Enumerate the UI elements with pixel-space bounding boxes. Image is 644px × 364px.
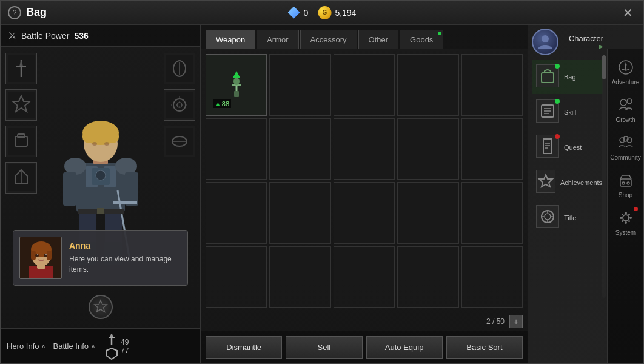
bag-green-dot [555, 64, 560, 69]
help-button[interactable]: ? [8, 6, 21, 19]
battle-info-button[interactable]: Battle Info ∧ [53, 342, 95, 351]
inv-slot-15[interactable] [461, 182, 523, 244]
hero-info-button[interactable]: Hero Info ∧ [7, 342, 45, 351]
scrollbar-thumb[interactable] [602, 55, 606, 79]
char-menu-achievements[interactable]: Achievements [532, 166, 603, 200]
svg-point-26 [104, 142, 109, 146]
tab-goods[interactable]: Goods [400, 30, 443, 49]
scrollbar-track[interactable] [602, 55, 606, 298]
char-menu-quest[interactable]: Quest [532, 130, 603, 164]
equip-slot-2[interactable] [5, 89, 37, 121]
tab-armor[interactable]: Armor [257, 30, 298, 49]
stat-icons: 49 77 [105, 332, 129, 360]
add-slot-button[interactable]: + [509, 315, 523, 328]
inv-slot-18[interactable] [334, 246, 395, 308]
svg-point-67 [545, 214, 551, 220]
char-avatar[interactable] [532, 29, 558, 55]
tab-other[interactable]: Other [358, 30, 399, 49]
character-display: Anna Here you can view and manage items. [1, 47, 200, 328]
svg-point-45 [35, 254, 39, 257]
close-button[interactable]: ✕ [619, 4, 636, 21]
sell-button[interactable]: Sell [286, 336, 362, 359]
defense-icon [105, 347, 118, 360]
inv-slot-7[interactable] [269, 118, 330, 180]
equip-slot-right-1[interactable] [164, 53, 195, 84]
svg-point-74 [620, 99, 626, 106]
char-menu-bag[interactable]: Bag [532, 60, 603, 94]
bag-label: Bag [564, 73, 576, 81]
growth-label: Growth [615, 116, 635, 123]
diamond-icon [288, 7, 300, 19]
inv-slot-12[interactable] [269, 182, 330, 244]
svg-point-15 [64, 158, 86, 175]
svg-rect-55 [234, 91, 239, 97]
title-label: Title [564, 214, 576, 221]
vert-menu-system[interactable]: System [610, 204, 642, 240]
dismantle-button[interactable]: Dismantle [206, 336, 282, 359]
inv-slot-6[interactable] [206, 118, 267, 180]
vertical-menu: Adventure Growth [607, 49, 643, 363]
svg-rect-58 [542, 73, 554, 83]
system-icon [616, 208, 636, 228]
char-submenu: Character ▶ [528, 25, 607, 363]
equip-slot-4-inner [8, 164, 35, 191]
char-menu-list: Bag Skill [532, 60, 603, 235]
action-buttons: Dismantle Sell Auto Equip Basic Sort [201, 331, 528, 363]
equip-slot-3[interactable] [5, 126, 37, 157]
equip-slot-2-inner [8, 92, 35, 118]
auto-equip-button[interactable]: Auto Equip [366, 336, 443, 359]
equip-slot-1[interactable] [5, 53, 37, 84]
inv-slot-10[interactable] [461, 118, 523, 180]
main-window: ? Bag 0 G 5,194 ✕ ⚔ Battle Power 5 [0, 0, 644, 364]
hero-info-chevron: ∧ [41, 343, 45, 349]
inv-slot-4[interactable] [397, 54, 458, 116]
inv-slot-2[interactable] [269, 54, 330, 116]
inv-slot-9[interactable] [397, 118, 458, 180]
bottom-bar: Hero Info ∧ Battle Info ∧ [1, 328, 200, 363]
svg-point-56 [233, 78, 240, 85]
inv-slot-8[interactable] [334, 118, 395, 180]
stat-values: 49 77 [121, 338, 129, 355]
equip-slot-4[interactable] [5, 162, 37, 194]
char-menu-skill[interactable]: Skill [532, 95, 603, 129]
tab-accessory[interactable]: Accessory [300, 30, 357, 49]
svg-point-48 [45, 254, 47, 255]
inv-slot-17[interactable] [269, 246, 330, 308]
inv-slot-14[interactable] [397, 182, 458, 244]
svg-point-80 [622, 182, 625, 184]
equip-slot-right-3[interactable] [164, 126, 195, 157]
gold-value: 5,194 [335, 8, 356, 18]
defense-value: 77 [121, 346, 129, 355]
svg-rect-24 [82, 130, 119, 143]
inv-slot-16[interactable] [206, 246, 267, 308]
inv-slot-1[interactable]: ▲ 88 [206, 54, 267, 116]
basic-sort-button[interactable]: Basic Sort [446, 336, 523, 359]
attack-value: 49 [121, 338, 129, 346]
capacity-text: 2 / 50 [486, 317, 505, 326]
vert-menu-shop[interactable]: Shop [610, 167, 642, 202]
inv-slot-20[interactable] [461, 246, 523, 308]
char-menu-title[interactable]: Title [532, 201, 603, 235]
svg-point-88 [628, 214, 630, 215]
inv-slot-3[interactable] [334, 54, 395, 116]
battle-info-label: Battle Info [53, 342, 89, 351]
tab-weapon[interactable]: Weapon [206, 30, 255, 49]
inv-slot-13[interactable] [334, 182, 395, 244]
inv-slot-11[interactable] [206, 182, 267, 244]
equip-slot-right-2[interactable] [164, 89, 195, 121]
inv-slot-5[interactable] [461, 54, 523, 116]
vert-menu-community[interactable]: Community [610, 129, 642, 164]
achievements-icon [536, 170, 555, 193]
vert-menu-growth[interactable]: Growth [610, 92, 642, 127]
hero-info-label: Hero Info [7, 342, 39, 351]
equip-slot-right-3-inner [166, 128, 193, 155]
svg-point-83 [625, 212, 627, 214]
inv-slot-19[interactable] [397, 246, 458, 308]
anna-portrait [19, 237, 62, 279]
vert-menu-adventure[interactable]: Adventure [610, 54, 642, 89]
inventory-grid: ▲ 88 [201, 49, 528, 312]
content-area: ⚔ Battle Power 536 [1, 25, 643, 363]
diamond-value: 0 [304, 8, 309, 18]
tab-bar: Weapon Armor Accessory Other Goods [201, 25, 528, 49]
goods-badge [438, 32, 441, 35]
